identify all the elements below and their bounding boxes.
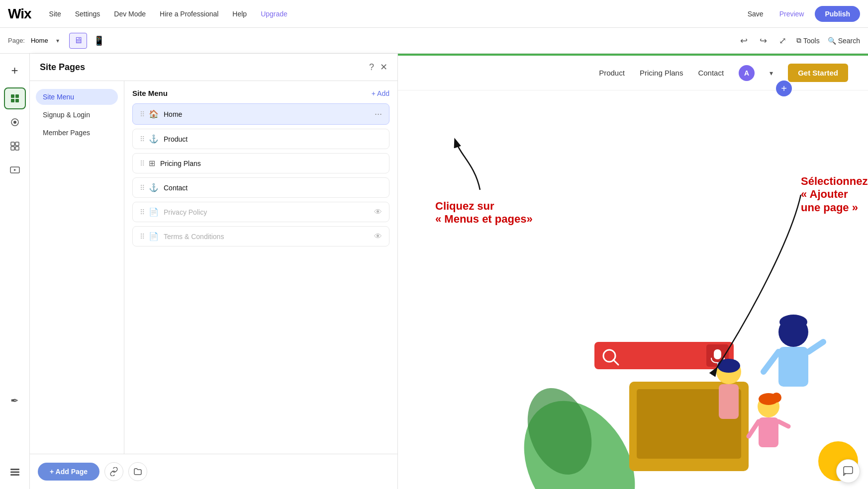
svg-rect-6 [11, 142, 14, 146]
save-button[interactable]: Save [743, 7, 769, 21]
tools-label: Tools [803, 37, 820, 45]
svg-rect-0 [11, 94, 14, 98]
mobile-view-button[interactable]: 📱 [89, 33, 109, 49]
pages-menu-button[interactable] [4, 87, 26, 109]
svg-rect-2 [11, 99, 14, 102]
site-pages-panel: Site Pages ? ✕ Site Menu Signup & Login … [30, 54, 398, 489]
annotation-select-text: Sélectionnez « Ajouter une page » [801, 175, 868, 214]
add-element-button[interactable]: + [4, 60, 26, 82]
svg-rect-21 [714, 349, 721, 359]
tools-button[interactable]: ⧉ Tools [796, 36, 820, 45]
undo-button[interactable]: ↩ [738, 33, 750, 48]
canvas-add-button[interactable]: + [776, 81, 792, 96]
top-bar: Wix Site Settings Dev Mode Hire a Profes… [0, 0, 868, 28]
page-dropdown-icon[interactable]: ▾ [56, 37, 59, 44]
page-item-home[interactable]: ⠿ 🏠 Home ··· [132, 103, 389, 125]
panel-header-actions: ? ✕ [369, 62, 387, 73]
search-button[interactable]: 🔍 Search [828, 37, 860, 45]
canvas-content: Product Pricing Plans Contact A ▾ Get St… [398, 56, 868, 489]
signup-login-nav-item[interactable]: Signup & Login [36, 107, 118, 123]
nav-site[interactable]: Site [43, 7, 67, 21]
svg-line-33 [778, 421, 788, 426]
canvas-area: Product Pricing Plans Contact A ▾ Get St… [398, 54, 868, 489]
site-menu-nav-item[interactable]: Site Menu [36, 89, 118, 105]
close-panel-button[interactable]: ✕ [380, 62, 387, 73]
link-page-button[interactable] [104, 462, 123, 481]
member-pages-nav-item[interactable]: Member Pages [36, 125, 118, 141]
website-nav-pricing[interactable]: Pricing Plans [640, 69, 683, 77]
privacy-page-icon: 📄 [149, 207, 159, 217]
page-item-terms[interactable]: ⠿ 📄 Terms & Conditions 👁 [132, 226, 389, 246]
drag-handle-icon: ⠿ [140, 160, 145, 167]
nav-chevron-down-icon[interactable]: ▾ [770, 69, 773, 77]
user-avatar: A [739, 65, 755, 81]
svg-line-28 [808, 342, 823, 352]
nav-help[interactable]: Help [226, 7, 253, 21]
product-page-icon: ⚓ [149, 134, 159, 144]
panel-title: Site Pages [40, 62, 85, 73]
sidebar-bottom: ✒ [4, 390, 26, 483]
svg-marker-11 [14, 169, 16, 171]
svg-line-32 [749, 421, 759, 436]
svg-rect-1 [15, 94, 19, 98]
home-page-more-button[interactable]: ··· [375, 109, 382, 119]
svg-rect-7 [15, 142, 19, 146]
svg-rect-26 [778, 347, 808, 387]
preview-button[interactable]: Preview [774, 7, 809, 21]
website-nav-contact[interactable]: Contact [698, 69, 724, 77]
svg-rect-40 [844, 467, 853, 474]
drag-handle-icon: ⠿ [140, 233, 145, 241]
add-page-inline-button[interactable]: + Add [372, 89, 389, 97]
desktop-view-button[interactable]: 🖥 [69, 33, 87, 49]
home-page-icon: 🏠 [149, 109, 159, 119]
top-nav: Site Settings Dev Mode Hire a Profession… [43, 7, 743, 21]
select-annotation: Sélectionnez « Ajouter une page » [801, 175, 868, 214]
nav-upgrade[interactable]: Upgrade [255, 7, 293, 21]
nav-settings[interactable]: Settings [69, 7, 106, 21]
page-item-privacy[interactable]: ⠿ 📄 Privacy Policy 👁 [132, 202, 389, 222]
redo-button[interactable]: ↪ [758, 33, 769, 48]
second-bar: Page: Home ▾ 🖥 📱 ↩ ↪ ⤢ ⧉ Tools 🔍 Search [0, 28, 868, 54]
help-button[interactable]: ? [369, 62, 374, 73]
panel-body: Site Menu Signup & Login Member Pages Si… [30, 81, 397, 454]
panel-left-nav: Site Menu Signup & Login Member Pages [30, 81, 124, 454]
page-label: Page: [8, 37, 25, 44]
click-annotation: Cliquez sur « Menus et pages» [435, 200, 533, 226]
wix-logo: Wix [8, 6, 31, 22]
drag-handle-icon: ⠿ [140, 110, 145, 118]
website-nav-product[interactable]: Product [599, 69, 625, 77]
panel-right: Site Menu + Add ⠿ 🏠 Home ··· ⠿ ⚓ Product [124, 81, 397, 454]
eye-hidden-icon: 👁 [374, 208, 382, 217]
chat-bubble-button[interactable] [836, 459, 860, 483]
svg-line-27 [764, 352, 778, 372]
get-started-button[interactable]: Get Started [788, 64, 848, 82]
nav-hire[interactable]: Hire a Professional [154, 7, 224, 21]
eye-hidden-icon: 👁 [374, 232, 382, 241]
main-area: + [0, 54, 868, 489]
drag-handle-icon: ⠿ [140, 208, 145, 216]
left-sidebar: + [0, 54, 30, 489]
apps-button[interactable] [4, 135, 26, 157]
panel-header: Site Pages ? ✕ [30, 54, 397, 81]
add-page-button[interactable]: + Add Page [38, 463, 99, 481]
folder-button[interactable] [128, 462, 147, 481]
svg-point-38 [717, 359, 740, 373]
privacy-page-name: Privacy Policy [164, 208, 374, 216]
page-item-product[interactable]: ⠿ ⚓ Product [132, 129, 389, 149]
publish-button[interactable]: Publish [815, 6, 860, 22]
page-item-contact[interactable]: ⠿ ⚓ Contact [132, 177, 389, 198]
svg-rect-14 [10, 474, 19, 476]
page-name: Home [31, 37, 48, 44]
svg-rect-12 [10, 469, 19, 470]
nav-devmode[interactable]: Dev Mode [108, 7, 152, 21]
svg-rect-3 [15, 99, 19, 102]
page-item-pricing[interactable]: ⠿ ⊞ Pricing Plans [132, 153, 389, 173]
zoom-button[interactable]: ⤢ [777, 33, 788, 48]
pen-button[interactable]: ✒ [4, 390, 26, 411]
layers-button[interactable] [4, 461, 26, 483]
theme-button[interactable] [4, 111, 26, 133]
media-button[interactable] [4, 159, 26, 181]
pricing-page-icon: ⊞ [149, 159, 155, 168]
secondbar-right: ↩ ↪ ⤢ ⧉ Tools 🔍 Search [738, 33, 860, 48]
search-label: Search [838, 37, 860, 45]
